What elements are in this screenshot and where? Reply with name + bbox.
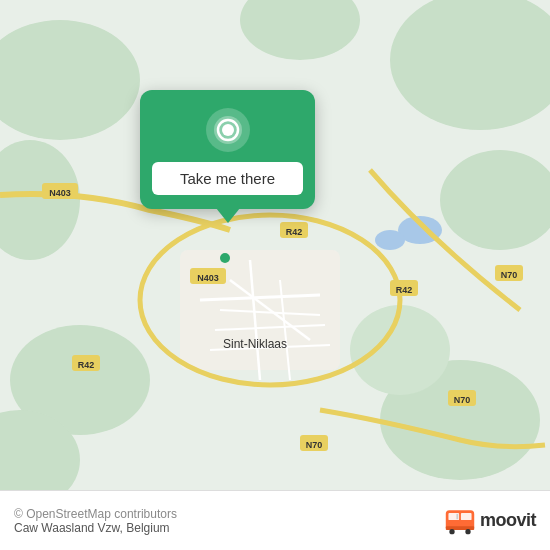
footer-bar: © OpenStreetMap contributors Caw Waaslan… bbox=[0, 490, 550, 550]
svg-text:Sint-Niklaas: Sint-Niklaas bbox=[223, 337, 287, 351]
svg-text:R42: R42 bbox=[286, 227, 303, 237]
svg-point-12 bbox=[375, 230, 405, 250]
svg-text:N70: N70 bbox=[501, 270, 518, 280]
svg-text:R42: R42 bbox=[78, 360, 95, 370]
svg-point-9 bbox=[350, 305, 450, 395]
take-me-there-button[interactable]: Take me there bbox=[152, 162, 303, 195]
moovit-brand-text: moovit bbox=[480, 510, 536, 531]
svg-text:N70: N70 bbox=[454, 395, 471, 405]
svg-point-43 bbox=[225, 127, 231, 133]
svg-point-48 bbox=[449, 529, 454, 534]
map-container: N403 N403 R42 R42 R42 N70 N70 N70 Sint- bbox=[0, 0, 550, 490]
svg-text:R42: R42 bbox=[396, 285, 413, 295]
moovit-logo: moovit bbox=[444, 505, 536, 537]
svg-point-49 bbox=[465, 529, 470, 534]
map-svg: N403 N403 R42 R42 R42 N70 N70 N70 Sint- bbox=[0, 0, 550, 490]
footer-attribution: © OpenStreetMap contributors Caw Waaslan… bbox=[14, 507, 177, 535]
attribution-text: © OpenStreetMap contributors bbox=[14, 507, 177, 521]
svg-text:N70: N70 bbox=[306, 440, 323, 450]
svg-rect-47 bbox=[446, 526, 474, 530]
location-label: Caw Waasland Vzw, Belgium bbox=[14, 521, 170, 535]
svg-text:N403: N403 bbox=[49, 188, 71, 198]
svg-text:N403: N403 bbox=[197, 273, 219, 283]
moovit-bus-icon bbox=[444, 505, 476, 537]
popup-card: Take me there bbox=[140, 90, 315, 209]
location-pin-icon bbox=[204, 106, 252, 154]
svg-point-38 bbox=[220, 253, 230, 263]
svg-rect-50 bbox=[456, 513, 458, 518]
svg-rect-46 bbox=[461, 513, 472, 520]
